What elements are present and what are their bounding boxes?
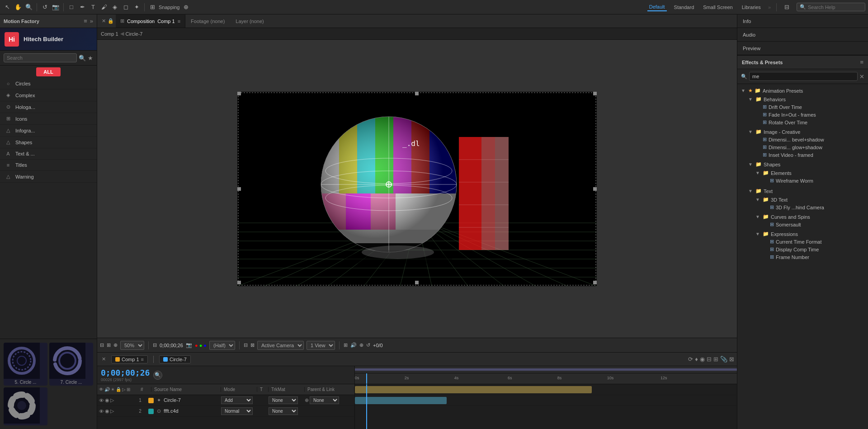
layer-2-trkmat-select[interactable]: None [269,407,298,415]
viewer-refresh-icon[interactable]: ↺ [366,342,370,348]
comp-tab-menu[interactable]: ≡ [178,19,180,24]
layer-1-trkmat-select[interactable]: None [269,396,298,404]
expressions-item[interactable]: ▼ 📁 Expressions [752,230,868,238]
tab-audio[interactable]: Audio [737,28,868,42]
wireframe-item[interactable]: ⊞ Wireframe Worm [759,177,868,184]
layer-1-audio[interactable]: ◉ [105,397,109,403]
timeline-layer-tab[interactable]: Circle-7 [159,355,191,363]
layer-2-expand[interactable]: ▷ [110,408,114,414]
current-time-display[interactable]: 0;00;00;26 [101,368,150,377]
category-hologa[interactable]: ⊙ Hologa... [0,101,97,113]
thumbnail-3[interactable] [4,387,47,425]
category-circles[interactable]: ○ Circles [0,78,97,90]
quality-select[interactable]: (Half) [209,341,235,350]
layer-1-parent-select[interactable]: None [310,396,339,404]
viewer-layout-icon[interactable]: ⊞ [107,342,111,348]
snap-icon[interactable]: ⊞ [148,3,157,12]
breadcrumb-layer[interactable]: Circle-7 [126,31,143,37]
zoom-tool-icon[interactable]: 🔍 [24,3,33,12]
close-icon-tab[interactable]: ✕ [102,18,106,24]
puppet-tool-icon[interactable]: ✦ [132,3,141,12]
workspace-standard[interactable]: Standard [672,4,696,11]
monitor-icon-btn[interactable]: ⊟ [100,342,104,348]
lock-icon-tab[interactable]: 🔒 [108,18,114,24]
timeline-close-btn[interactable]: ✕ [100,356,108,362]
viewer-region-icon[interactable]: ⊟ [244,342,248,348]
ep-search-input[interactable] [749,72,858,81]
clone-tool-icon[interactable]: ◈ [110,3,119,12]
track-row-1[interactable] [355,384,737,395]
category-search-input[interactable] [4,53,77,62]
category-shapes[interactable]: △ Shapes [0,137,97,148]
category-complex[interactable]: ◈ Complex [0,90,97,101]
viewer-snap-icon[interactable]: ⊕ [359,342,363,348]
curves-item[interactable]: ▼ 📁 Curves and Spins [752,213,868,221]
workspace-default[interactable]: Default [647,3,667,11]
arrow-tool-icon[interactable]: ↖ [3,3,12,12]
hand-tool-icon[interactable]: ✋ [14,3,23,12]
layer-2-audio[interactable]: ◉ [105,408,109,414]
ep-search-clear[interactable]: ✕ [859,73,864,80]
category-infogra[interactable]: △ Infogra... [0,125,97,137]
left-panel-menu-icon[interactable]: ≡ [84,18,87,24]
timeline-comp-menu[interactable]: ≡ [141,357,144,362]
category-icons[interactable]: ⊞ Icons [0,113,97,125]
dimensi-bevel-item[interactable]: ⊞ Dimensi... bevel+shadow [752,136,868,143]
tl-tool-3[interactable]: ◉ [700,356,705,363]
tl-tool-2[interactable]: ♦ [695,356,698,363]
track-row-2[interactable] [355,395,737,406]
fade-item[interactable]: ⊞ Fade In+Out - frames [752,111,868,118]
layer-2-mode-select[interactable]: Normal [221,407,253,415]
rotate-item[interactable]: ⊞ Rotate Over Time [752,118,868,126]
timeline-ruler[interactable]: 0s 2s 4s 6s 8s 10s 12s [355,373,737,384]
pen-tool-icon[interactable]: ✒ [78,3,87,12]
rect-tool-icon[interactable]: □ [67,3,76,12]
thumbnail-1[interactable]: 5. Circle ... [4,343,47,386]
zoom-select[interactable]: 50% [120,341,144,350]
view-select[interactable]: 1 View [307,341,335,350]
camera-select[interactable]: Active Camera [257,341,304,350]
camera-tool-icon[interactable]: 📷 [51,3,60,12]
animation-presets-item[interactable]: ▼ ★ 📁 Animation Presets [737,87,868,94]
3d-text-item[interactable]: ▼ 📁 3D Text [752,196,868,203]
text-tool-icon[interactable]: T [89,3,98,12]
viewer-transparency-icon[interactable]: ⊠ [250,342,255,348]
tl-tool-5[interactable]: ⊞ [713,356,718,363]
timeline-comp-tab[interactable]: Comp 1 ≡ [111,355,148,363]
elements-item[interactable]: ▼ 📁 Elements [752,169,868,177]
workspace-libraries[interactable]: Libraries [740,4,763,11]
viewer-area[interactable]: _.dl [97,40,737,338]
layer-1-expand[interactable]: ▷ [110,397,114,403]
category-fav-icon[interactable]: ★ [88,55,93,61]
tl-tool-4[interactable]: ⊟ [707,356,712,363]
all-button[interactable]: ALL [36,67,60,76]
dimensi-glow-item[interactable]: ⊞ Dimensi... glow+shadow [752,143,868,151]
layer-1-eye[interactable]: 👁 [99,398,104,403]
viewer-3d-icon[interactable]: ⊕ [113,342,118,348]
viewer-grid-icon[interactable]: ⊟ [153,342,157,348]
category-warning[interactable]: △ Warning [0,171,97,183]
layer-1-mode-select[interactable]: Add [221,396,253,404]
magnet-icon[interactable]: ⊕ [182,3,191,12]
3d-fly-item[interactable]: ⊞ 3D Fly ...hind Camera [759,203,868,211]
layer-2-eye[interactable]: 👁 [99,409,104,414]
behaviors-item[interactable]: ▼ 📁 Behaviors [745,95,868,103]
workspace-small-screen[interactable]: Small Screen [701,4,734,11]
current-time-item[interactable]: ⊞ Current Time Format [759,238,868,245]
shapes-node-item[interactable]: ▼ 📁 Shapes [745,160,868,168]
image-creative-item[interactable]: ▼ 📁 Image - Creative [745,128,868,136]
eraser-tool-icon[interactable]: ◻ [121,3,130,12]
brush-tool-icon[interactable]: 🖌 [99,3,108,12]
extensions-icon[interactable]: ⊟ [782,3,791,12]
viewer-camera-icon[interactable]: 📷 [186,342,192,348]
rotate-tool-icon[interactable]: ↺ [40,3,49,12]
category-search-icon[interactable]: 🔍 [79,55,86,61]
frame-number-item[interactable]: ⊞ Frame Number [759,253,868,261]
text-node-item[interactable]: ▼ 📁 Text [745,187,868,195]
search-help-input[interactable] [808,5,862,10]
breadcrumb-comp[interactable]: Comp 1 [101,31,118,37]
display-comp-item[interactable]: ⊞ Display Comp Time [759,245,868,253]
tab-preview[interactable]: Preview [737,42,868,55]
thumbnail-2[interactable]: 7. Circle ... [49,343,93,386]
tl-tool-6[interactable]: 📎 [720,356,727,363]
